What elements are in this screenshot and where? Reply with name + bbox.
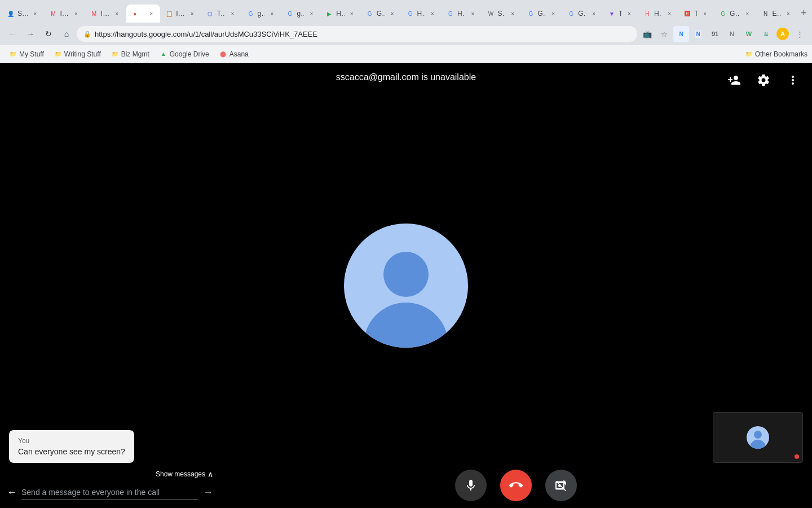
tab-the2[interactable]: 🅱 The ×	[679, 5, 714, 23]
tab-hangouts-active[interactable]: ● ×	[126, 5, 160, 23]
tab-inbox1[interactable]: M Inbo... ×	[45, 5, 85, 23]
forward-button[interactable]: →	[23, 26, 38, 42]
add-person-button[interactable]	[724, 70, 744, 90]
extension-btn-6[interactable]: ≋	[758, 26, 774, 42]
tab-gsuite[interactable]: G G Su... ×	[714, 5, 756, 23]
send-button[interactable]: →	[203, 487, 213, 498]
tab-google2[interactable]: G goo... ×	[281, 5, 320, 23]
tab-close-google1[interactable]: ×	[267, 9, 276, 18]
tab-close-google3[interactable]: ×	[388, 9, 397, 18]
chat-author: You	[18, 437, 125, 445]
bookmark-favicon-drive: ▲	[160, 50, 167, 58]
extension-btn-4[interactable]: N	[724, 26, 740, 42]
tab-favicon-hangouts: ●	[131, 10, 139, 17]
tab-google4[interactable]: G Goo... ×	[522, 5, 562, 23]
tab-bar: 👤 Suza... × M Inbo... × M Inbo... × ● × …	[0, 0, 812, 23]
url-bar[interactable]: 🔒 https://hangouts.google.com/u/1/call/a…	[77, 26, 637, 42]
tab-close-inprogress[interactable]: ×	[188, 9, 197, 18]
status-message: sscacca@gmail.com is unavailable	[336, 72, 476, 82]
tab-close-inbox1[interactable]: ×	[72, 9, 81, 18]
tab-favicon-google4: G	[527, 10, 535, 17]
reload-button[interactable]: ↻	[41, 26, 56, 42]
status-bar: sscacca@gmail.com is unavailable	[0, 63, 812, 91]
extension-btn-3[interactable]: 91	[707, 26, 723, 42]
tab-close-the2[interactable]: ×	[700, 9, 709, 18]
bookmark-google-drive[interactable]: ▲ Google Drive	[155, 48, 214, 60]
extension-btn-2[interactable]: N	[690, 26, 706, 42]
tab-favicon-suzana: 👤	[7, 10, 15, 17]
tab-favicon-google3: G	[366, 10, 374, 17]
tab-close-gsuite[interactable]: ×	[743, 9, 752, 18]
tab-close-hangouts3[interactable]: ×	[468, 9, 477, 18]
tab-hangouts4[interactable]: H Han... ×	[639, 5, 678, 23]
tab-favicon-start: W	[487, 10, 495, 17]
tab-label-hangouts2: Han...	[417, 10, 425, 17]
tab-close-google2[interactable]: ×	[307, 9, 316, 18]
tab-suzana[interactable]: 👤 Suza... ×	[2, 5, 44, 23]
tab-close-edit[interactable]: ×	[784, 9, 793, 18]
back-arrow-button[interactable]: ←	[7, 487, 17, 498]
message-input[interactable]	[21, 485, 198, 500]
tab-close-inbox2[interactable]: ×	[112, 9, 121, 18]
tab-the1[interactable]: ▼ The ×	[603, 5, 638, 23]
tab-google1[interactable]: G goo... ×	[242, 5, 281, 23]
address-bar: ← → ↻ ⌂ 🔒 https://hangouts.google.com/u/…	[0, 23, 812, 45]
bookmarks-right: 📁 Other Bookmarks	[745, 50, 807, 58]
tab-close-hangouts4[interactable]: ×	[665, 9, 674, 18]
microphone-button[interactable]	[455, 470, 487, 501]
tab-favicon-toptal: ⬡	[206, 10, 214, 17]
browser-window: 👤 Suza... × M Inbo... × M Inbo... × ● × …	[0, 0, 812, 508]
chrome-menu-button[interactable]: ⋮	[792, 26, 807, 42]
more-options-button[interactable]	[783, 70, 803, 90]
tab-hangouts2[interactable]: G Han... ×	[402, 5, 442, 23]
hangouts-app: sscacca@gmail.com is unavailable	[0, 63, 812, 508]
end-call-button[interactable]	[500, 470, 532, 501]
chat-message-overlay: You Can everyone see my screen?	[9, 430, 134, 463]
tab-close-google5[interactable]: ×	[589, 9, 598, 18]
tab-favicon-hangouts3: G	[447, 10, 454, 17]
tab-inprogress[interactable]: 📋 In pr... ×	[161, 5, 201, 23]
tab-label-google3: Goo...	[377, 10, 385, 17]
video-toggle-button[interactable]	[545, 470, 577, 501]
tab-close-the1[interactable]: ×	[625, 9, 634, 18]
tab-google3[interactable]: G Goo... ×	[361, 5, 401, 23]
top-controls	[724, 70, 803, 90]
show-messages-bar[interactable]: Show messages ∧	[0, 467, 220, 481]
tab-label-google4: Goo...	[537, 10, 546, 17]
extension-btn-5[interactable]: W	[741, 26, 757, 42]
tab-favicon-hangouts2: G	[407, 10, 414, 17]
tab-start[interactable]: W Star... ×	[482, 5, 522, 23]
tab-label-suzana: Suza...	[17, 10, 28, 17]
tab-close-start[interactable]: ×	[508, 9, 517, 18]
tab-close-hangouts[interactable]: ×	[147, 9, 156, 18]
bookmark-button[interactable]: ☆	[656, 26, 672, 42]
settings-button[interactable]	[753, 70, 774, 90]
bookmark-biz-mgmt[interactable]: 📁 Biz Mgmt	[107, 48, 154, 60]
new-tab-button[interactable]: +	[798, 5, 810, 21]
bookmark-my-stuff[interactable]: 📁 My Stuff	[5, 48, 48, 60]
tab-hangouts1[interactable]: ▶ Han... ×	[321, 5, 360, 23]
tab-edit[interactable]: N Editi... ×	[757, 5, 797, 23]
tab-close-google4[interactable]: ×	[549, 9, 558, 18]
chat-message-text: Can everyone see my screen?	[18, 447, 125, 456]
extension-btn-1[interactable]: N	[673, 26, 689, 42]
bottom-panel: Show messages ∧ ← →	[0, 463, 812, 508]
bookmark-writing-stuff[interactable]: 📁 Writing Stuff	[50, 48, 105, 60]
tab-favicon-google5: G	[567, 10, 575, 17]
tab-close-hangouts1[interactable]: ×	[347, 9, 356, 18]
cast-button[interactable]: 📺	[639, 26, 655, 42]
tab-favicon-edit: N	[762, 10, 770, 17]
tab-toptal[interactable]: ⬡ Top ... ×	[202, 5, 242, 23]
bookmark-asana[interactable]: ⬤ Asana	[215, 48, 253, 60]
home-button[interactable]: ⌂	[59, 26, 74, 42]
profile-button[interactable]: A	[775, 26, 791, 42]
tab-close-suzana[interactable]: ×	[30, 9, 39, 18]
message-panel: Show messages ∧ ← →	[0, 467, 220, 504]
tab-label-the2: The	[694, 10, 698, 17]
tab-close-hangouts2[interactable]: ×	[428, 9, 437, 18]
tab-inbox2[interactable]: M Inbo... ×	[86, 5, 126, 23]
tab-close-toptal[interactable]: ×	[228, 9, 237, 18]
back-button[interactable]: ←	[5, 26, 20, 42]
tab-hangouts3[interactable]: G Han... ×	[442, 5, 482, 23]
tab-google5[interactable]: G Goo... ×	[563, 5, 603, 23]
